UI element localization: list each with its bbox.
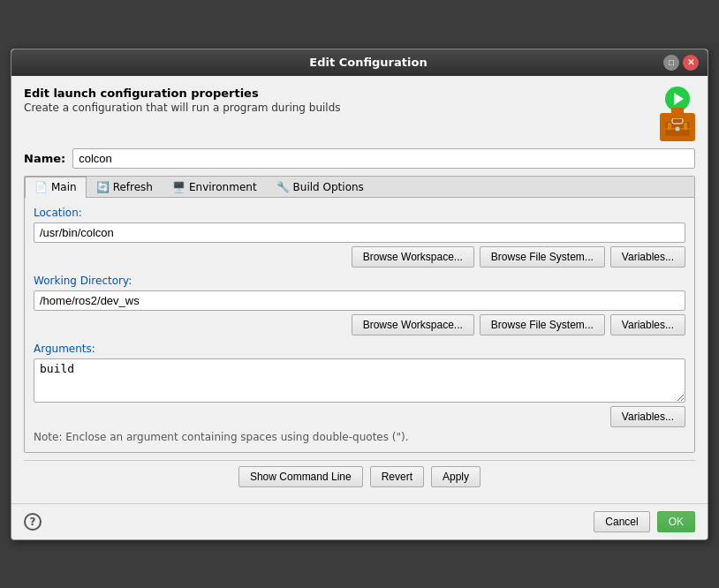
minimize-button[interactable]: □ (663, 55, 679, 71)
location-input[interactable] (34, 222, 685, 243)
cancel-button[interactable]: Cancel (594, 511, 649, 532)
location-browse-filesystem-button[interactable]: Browse File System... (480, 246, 605, 268)
edit-configuration-dialog: Edit Configuration □ ✕ Edit launch confi… (11, 49, 708, 540)
header-section: Edit launch configuration properties Cre… (24, 87, 695, 141)
working-directory-buttons: Browse Workspace... Browse File System..… (34, 314, 685, 335)
location-variables-button[interactable]: Variables... (610, 246, 685, 268)
arguments-buttons: Variables... (34, 406, 685, 427)
workdir-browse-filesystem-button[interactable]: Browse File System... (480, 314, 605, 335)
tab-refresh[interactable]: 🔄 Refresh (87, 177, 163, 197)
play-triangle (674, 93, 684, 105)
footer: ? Cancel OK (11, 503, 708, 539)
svg-rect-4 (668, 123, 671, 130)
header-subtitle: Create a configuration that will run a p… (24, 102, 341, 114)
toolbox-icon (660, 113, 695, 141)
show-command-line-button[interactable]: Show Command Line (238, 466, 363, 487)
name-input[interactable] (72, 148, 695, 169)
location-buttons: Browse Workspace... Browse File System..… (34, 246, 685, 268)
header-title: Edit launch configuration properties (24, 87, 341, 100)
tab-main-icon: 📄 (34, 181, 48, 193)
tab-refresh-label: Refresh (113, 181, 153, 193)
apply-button[interactable]: Apply (431, 466, 481, 487)
svg-rect-5 (684, 123, 687, 130)
tab-refresh-icon: 🔄 (96, 181, 110, 193)
tab-build-options-label: Build Options (293, 181, 364, 193)
tab-build-options-icon: 🔧 (276, 181, 290, 193)
tab-main-content: Location: Browse Workspace... Browse Fil… (25, 198, 694, 452)
svg-point-3 (676, 126, 680, 131)
header-text: Edit launch configuration properties Cre… (24, 87, 341, 114)
arguments-input[interactable]: build (34, 358, 685, 403)
title-bar-controls: □ ✕ (663, 55, 699, 71)
location-browse-workspace-button[interactable]: Browse Workspace... (352, 246, 474, 268)
bottom-buttons: Show Command Line Revert Apply (24, 460, 695, 493)
location-label: Location: (34, 207, 685, 219)
arguments-section: Arguments: build Variables... Note: Encl… (34, 343, 685, 443)
tab-environment-icon: 🖥️ (172, 181, 185, 193)
arguments-note: Note: Enclose an argument containing spa… (34, 431, 685, 443)
help-button[interactable]: ? (24, 513, 42, 531)
location-section: Location: Browse Workspace... Browse Fil… (34, 207, 685, 268)
workdir-browse-workspace-button[interactable]: Browse Workspace... (352, 314, 474, 335)
working-directory-label: Working Directory: (34, 275, 685, 287)
tab-main[interactable]: 📄 Main (25, 177, 87, 198)
tabs-bar: 📄 Main 🔄 Refresh 🖥️ Environment 🔧 Build … (25, 177, 694, 198)
close-button[interactable]: ✕ (683, 55, 699, 71)
arguments-label: Arguments: (34, 343, 685, 355)
title-bar: Edit Configuration □ ✕ (11, 49, 708, 76)
tab-main-label: Main (51, 181, 77, 193)
header-icon (660, 87, 695, 141)
dialog-body: Edit launch configuration properties Cre… (11, 76, 708, 503)
footer-right: Cancel OK (594, 511, 695, 532)
ok-button[interactable]: OK (657, 511, 695, 532)
toolbox-svg (665, 118, 690, 136)
revert-button[interactable]: Revert (370, 466, 424, 487)
tab-environment-label: Environment (189, 181, 257, 193)
tabs-section: 📄 Main 🔄 Refresh 🖥️ Environment 🔧 Build … (24, 176, 695, 453)
working-directory-input[interactable] (34, 290, 685, 311)
tab-environment[interactable]: 🖥️ Environment (163, 177, 267, 197)
dialog-title: Edit Configuration (73, 56, 663, 69)
tab-build-options[interactable]: 🔧 Build Options (267, 177, 374, 197)
name-label: Name: (24, 152, 65, 165)
workdir-variables-button[interactable]: Variables... (610, 314, 685, 335)
svg-rect-1 (672, 118, 683, 124)
working-directory-section: Working Directory: Browse Workspace... B… (34, 275, 685, 335)
arguments-variables-button[interactable]: Variables... (610, 406, 685, 427)
name-row: Name: (24, 148, 695, 169)
